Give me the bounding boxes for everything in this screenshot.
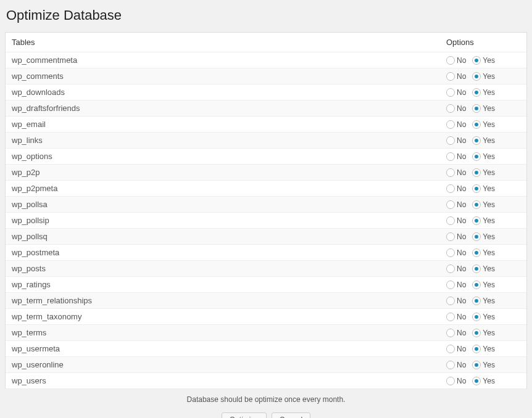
radio-option-yes: Yes bbox=[472, 152, 499, 161]
radio-yes[interactable] bbox=[472, 281, 481, 289]
table-row: wp_term_relationshipsNoYes bbox=[6, 293, 526, 309]
radio-no[interactable] bbox=[446, 329, 455, 337]
table-row: wp_term_taxonomyNoYes bbox=[6, 309, 526, 325]
radio-yes-label: Yes bbox=[483, 136, 495, 145]
radio-option-no: No bbox=[446, 313, 470, 321]
radio-yes[interactable] bbox=[472, 200, 481, 209]
radio-yes[interactable] bbox=[472, 72, 481, 81]
radio-yes[interactable] bbox=[472, 168, 481, 177]
radio-option-yes: Yes bbox=[472, 72, 499, 81]
table-name: wp_useronline bbox=[12, 360, 446, 369]
radio-option-yes: Yes bbox=[472, 281, 499, 289]
radio-option-no: No bbox=[446, 377, 470, 385]
radio-option-yes: Yes bbox=[472, 120, 499, 129]
radio-yes[interactable] bbox=[472, 232, 481, 241]
table-row: wp_linksNoYes bbox=[6, 133, 526, 149]
radio-yes-label: Yes bbox=[483, 120, 495, 129]
radio-yes[interactable] bbox=[472, 264, 481, 273]
table-name: wp_postmeta bbox=[12, 248, 446, 257]
radio-yes-label: Yes bbox=[483, 200, 495, 209]
table-row: wp_termsNoYes bbox=[6, 325, 526, 341]
footer-note: Database should be optimize once every m… bbox=[5, 389, 527, 409]
table-row: wp_p2pmetaNoYes bbox=[6, 181, 526, 197]
radio-option-yes: Yes bbox=[472, 216, 499, 225]
radio-group: NoYes bbox=[446, 184, 520, 193]
table-name: wp_term_relationships bbox=[12, 296, 446, 305]
radio-option-no: No bbox=[446, 104, 470, 113]
radio-group: NoYes bbox=[446, 168, 520, 177]
radio-no[interactable] bbox=[446, 232, 455, 241]
radio-no[interactable] bbox=[446, 200, 455, 209]
radio-group: NoYes bbox=[446, 297, 520, 305]
radio-no[interactable] bbox=[446, 56, 455, 65]
radio-yes-label: Yes bbox=[483, 297, 495, 305]
cancel-button[interactable]: Cancel bbox=[272, 412, 310, 418]
radio-option-yes: Yes bbox=[472, 297, 499, 305]
radio-yes-label: Yes bbox=[483, 56, 495, 65]
radio-yes[interactable] bbox=[472, 184, 481, 193]
radio-yes[interactable] bbox=[472, 248, 481, 257]
header-options: Options bbox=[446, 38, 520, 47]
radio-option-no: No bbox=[446, 120, 470, 129]
radio-no[interactable] bbox=[446, 88, 455, 97]
table-name: wp_options bbox=[12, 152, 446, 161]
table-name: wp_comments bbox=[12, 72, 446, 81]
radio-yes[interactable] bbox=[472, 56, 481, 65]
radio-group: NoYes bbox=[446, 88, 520, 97]
radio-yes-label: Yes bbox=[483, 329, 495, 337]
radio-yes[interactable] bbox=[472, 104, 481, 113]
radio-yes[interactable] bbox=[472, 216, 481, 225]
radio-no[interactable] bbox=[446, 184, 455, 193]
radio-group: NoYes bbox=[446, 136, 520, 145]
radio-no[interactable] bbox=[446, 120, 455, 129]
radio-option-yes: Yes bbox=[472, 88, 499, 97]
radio-no[interactable] bbox=[446, 377, 455, 385]
radio-no[interactable] bbox=[446, 216, 455, 225]
radio-group: NoYes bbox=[446, 264, 520, 273]
radio-no[interactable] bbox=[446, 313, 455, 321]
table-name: wp_p2p bbox=[12, 168, 446, 177]
radio-no[interactable] bbox=[446, 152, 455, 161]
table-row: wp_ratingsNoYes bbox=[6, 277, 526, 293]
radio-yes[interactable] bbox=[472, 88, 481, 97]
header-tables: Tables bbox=[12, 38, 446, 47]
radio-yes[interactable] bbox=[472, 313, 481, 321]
radio-option-yes: Yes bbox=[472, 136, 499, 145]
radio-group: NoYes bbox=[446, 232, 520, 241]
radio-no[interactable] bbox=[446, 345, 455, 353]
radio-no[interactable] bbox=[446, 297, 455, 305]
radio-yes-label: Yes bbox=[483, 281, 495, 289]
radio-option-no: No bbox=[446, 200, 470, 209]
radio-option-yes: Yes bbox=[472, 104, 499, 113]
table-row: wp_optionsNoYes bbox=[6, 149, 526, 165]
radio-yes-label: Yes bbox=[483, 216, 495, 225]
table-header-row: Tables Options bbox=[6, 33, 526, 52]
radio-no[interactable] bbox=[446, 72, 455, 81]
radio-group: NoYes bbox=[446, 329, 520, 337]
radio-option-no: No bbox=[446, 56, 470, 65]
radio-option-yes: Yes bbox=[472, 345, 499, 353]
radio-yes[interactable] bbox=[472, 136, 481, 145]
radio-no[interactable] bbox=[446, 136, 455, 145]
radio-yes[interactable] bbox=[472, 120, 481, 129]
radio-yes[interactable] bbox=[472, 345, 481, 353]
radio-no[interactable] bbox=[446, 361, 455, 369]
table-name: wp_posts bbox=[12, 264, 446, 273]
radio-no[interactable] bbox=[446, 264, 455, 273]
radio-no-label: No bbox=[457, 168, 466, 177]
radio-yes[interactable] bbox=[472, 297, 481, 305]
radio-no[interactable] bbox=[446, 248, 455, 257]
radio-option-no: No bbox=[446, 216, 470, 225]
radio-no[interactable] bbox=[446, 168, 455, 177]
radio-yes[interactable] bbox=[472, 377, 481, 385]
radio-option-yes: Yes bbox=[472, 200, 499, 209]
radio-yes[interactable] bbox=[472, 361, 481, 369]
radio-yes-label: Yes bbox=[483, 104, 495, 113]
radio-no[interactable] bbox=[446, 281, 455, 289]
radio-no[interactable] bbox=[446, 104, 455, 113]
radio-yes[interactable] bbox=[472, 152, 481, 161]
radio-yes[interactable] bbox=[472, 329, 481, 337]
radio-option-no: No bbox=[446, 248, 470, 257]
radio-no-label: No bbox=[457, 72, 466, 81]
optimize-button[interactable]: Optimize bbox=[222, 412, 267, 418]
